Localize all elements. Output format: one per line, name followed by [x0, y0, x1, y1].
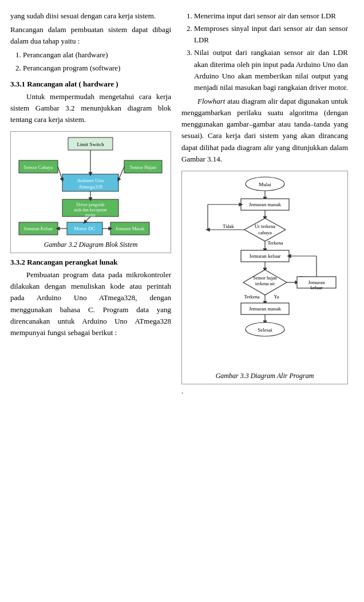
svg-text:keluar: keluar: [310, 285, 322, 290]
svg-text:Driver pengolah: Driver pengolah: [76, 202, 104, 207]
flowchart-svg: Mulai Jemuran masuk Ur terkena cahaya Ti…: [191, 175, 339, 369]
svg-text:Mulai: Mulai: [259, 182, 271, 187]
section-331-title: 3.3.1 Rancangan alat ( hardware ): [10, 80, 171, 89]
figure-flowchart: Mulai Jemuran masuk Ur terkena cahaya Ti…: [181, 171, 348, 384]
svg-text:Selesai: Selesai: [258, 327, 272, 333]
period: .: [181, 387, 183, 395]
para-left-2: Rancangan dalam pembuatan sistem dapat d…: [10, 24, 171, 47]
svg-text:Jemuran keluar: Jemuran keluar: [249, 253, 280, 259]
right-column: Menerima input dari sensor air dan senso…: [179, 10, 348, 396]
svg-text:Ya: Ya: [274, 294, 279, 300]
svg-text:Atmega328: Atmega328: [78, 184, 102, 190]
para-left-1: yang sudah diisi sesuai dengan cara kerj…: [10, 10, 171, 22]
svg-text:Sensor hujan: Sensor hujan: [253, 276, 277, 281]
svg-text:arah dan kecepatan: arah dan kecepatan: [74, 207, 107, 213]
left-column: yang sudah diisi sesuai dengan cara kerj…: [10, 10, 179, 396]
svg-text:Jemuran masuk: Jemuran masuk: [248, 306, 281, 312]
figure-block-diagram: Limit Switch Sensor Cahaya Sensor Hujan …: [10, 131, 171, 253]
para-flowchart-rest: atau diagram alir dapat digunakan untuk …: [181, 97, 348, 163]
list-func-2: Memproses sinyal input dari sensor air d…: [194, 23, 348, 46]
svg-text:Terkena: Terkena: [267, 240, 283, 246]
fig1-caption: Gambar 3.2 Diagram Blok Sistem: [44, 241, 138, 249]
svg-text:Jemuran masuk: Jemuran masuk: [248, 202, 281, 207]
svg-text:terkena air: terkena air: [255, 281, 275, 286]
para-software: Pembuatan program data pada mikrokontrol…: [10, 269, 171, 339]
svg-text:Jemuran Masuk: Jemuran Masuk: [115, 226, 144, 231]
svg-line-21: [118, 167, 124, 180]
svg-text:motor: motor: [85, 213, 96, 218]
svg-text:cahaya: cahaya: [258, 230, 272, 235]
section-332-title: 3.3.2 Rancangan perangkat lunak: [10, 258, 171, 267]
svg-line-20: [58, 167, 62, 180]
list-functions: Menerima input dari sensor air dan senso…: [194, 10, 348, 93]
svg-text:Sensor Cahaya: Sensor Cahaya: [23, 164, 53, 170]
list-item-1: Perancangan alat (hardware): [23, 49, 171, 61]
svg-text:Limit Switch: Limit Switch: [77, 141, 104, 147]
list-func-1: Menerima input dari sensor air dan senso…: [194, 10, 348, 22]
block-diagram-svg: Limit Switch Sensor Cahaya Sensor Hujan …: [17, 135, 165, 238]
para-hardware: Untuk mempermudah mengetahui cara kerja …: [10, 91, 171, 125]
flowhart-label: Flowhart: [197, 97, 225, 105]
svg-text:Tidak: Tidak: [223, 223, 234, 229]
svg-text:Ur terkena: Ur terkena: [254, 223, 275, 229]
svg-text:Motor DC: Motor DC: [74, 226, 95, 231]
fig2-caption: Gambar 3.3 Diagram Alir Program: [216, 372, 314, 380]
svg-text:Sensor Hujan: Sensor Hujan: [129, 164, 156, 170]
list-item-2: Perancangan program (software): [23, 62, 171, 74]
svg-text:Jemuran Keluar: Jemuran Keluar: [23, 226, 53, 231]
para-flowchart-desc: Flowhart atau diagram alir dapat digunak…: [181, 96, 348, 165]
list-hardware-software: Perancangan alat (hardware) Perancangan …: [23, 49, 171, 73]
svg-text:Terkena: Terkena: [244, 294, 259, 300]
list-func-3: Nilai output dari rangkaian sensor air d…: [194, 47, 348, 93]
svg-text:Arduino Uno: Arduino Uno: [77, 178, 104, 183]
